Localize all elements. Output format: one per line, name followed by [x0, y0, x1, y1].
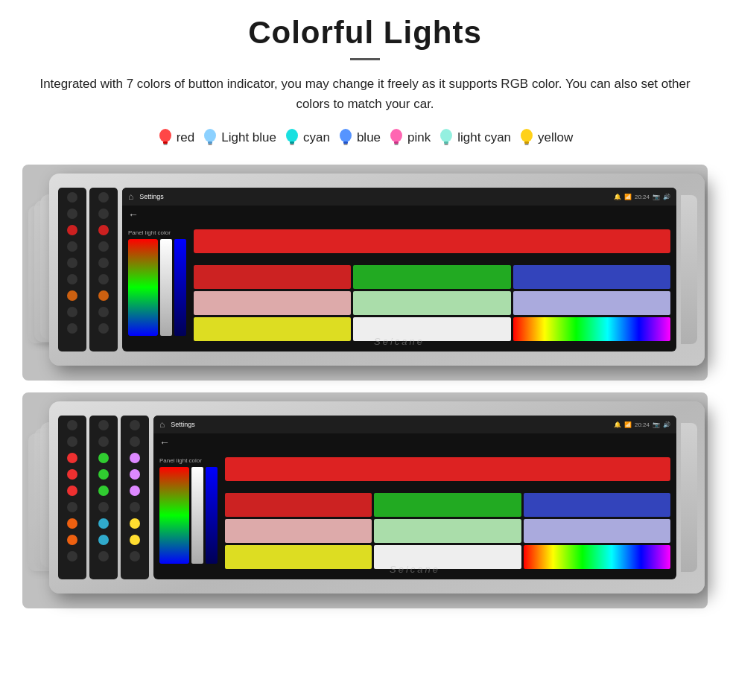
- btn-icon-2-9: [98, 323, 109, 334]
- btn-b3-2: [130, 436, 140, 447]
- swatch-rainbow-b[interactable]: [524, 545, 670, 569]
- svg-point-6: [286, 129, 298, 142]
- page-container: Colorful Lights Integrated with 7 colors…: [0, 0, 730, 700]
- svg-rect-13: [394, 141, 399, 144]
- btn-icon-2: [67, 209, 77, 219]
- btn-icon-5: [67, 258, 77, 268]
- swatch-b5[interactable]: [374, 519, 521, 543]
- blue-gradient[interactable]: [174, 239, 186, 336]
- yellow-bulb-icon: [518, 127, 535, 148]
- side-panel-b2: [89, 416, 118, 579]
- left-color-area-bottom: Panel light color: [159, 457, 218, 579]
- left-panels-bottom: [58, 416, 149, 579]
- btn-icon-2-2: [98, 209, 109, 219]
- svg-rect-11: [343, 144, 347, 145]
- rgb-gradient[interactable]: [128, 239, 158, 336]
- swatch-b7[interactable]: [225, 545, 372, 569]
- svg-rect-4: [208, 141, 212, 144]
- btn-b3-3-purple: [130, 453, 140, 463]
- right-color-grid-top: [194, 229, 670, 351]
- rgb-gradient-b[interactable]: [159, 467, 189, 564]
- top-unit-section: ⌂ Settings 🔔 📶 20:24 📷 🔊 ← Panel l: [22, 165, 708, 381]
- btn-icon-2-5: [98, 258, 109, 268]
- swatch-6[interactable]: [513, 291, 670, 315]
- lightcyan-bulb-icon: [438, 127, 454, 148]
- time-label: 20:24: [635, 194, 650, 200]
- cyan-bulb-icon: [284, 127, 300, 148]
- screen-top: ⌂ Settings 🔔 📶 20:24 📷 🔊 ← Panel l: [122, 188, 676, 351]
- btn-icon-1: [67, 192, 77, 203]
- color-item-lightblue: Light blue: [202, 127, 276, 148]
- btn-icon-7: [67, 290, 77, 301]
- top-bar-icons-b: 🔔 📶 20:24 📷 🔊: [614, 421, 670, 428]
- swatch-4[interactable]: [194, 291, 351, 315]
- left-color-area-top: Panel light color: [128, 229, 186, 351]
- white-gradient[interactable]: [160, 239, 172, 336]
- back-arrow[interactable]: ←: [122, 206, 676, 223]
- title-divider: [350, 58, 380, 60]
- btn-b2-7-cyan: [98, 518, 109, 529]
- side-panel-b1: [58, 416, 86, 579]
- screen-bottom: ⌂ Settings 🔔 📶 20:24 📷 🔊 ← Panel light c…: [153, 416, 676, 579]
- btn-b3-red: [67, 453, 77, 463]
- color-label-red: red: [177, 130, 195, 145]
- volume-icon: 🔊: [663, 194, 670, 200]
- white-gradient-b[interactable]: [191, 467, 203, 564]
- swatch-7[interactable]: [194, 317, 351, 341]
- btn-icon-2-1: [98, 192, 109, 203]
- svg-rect-5: [209, 144, 212, 145]
- swatch-2[interactable]: [353, 265, 510, 289]
- gradient-bars-b: [159, 467, 218, 579]
- alarm-icon: 🔔: [614, 194, 621, 200]
- home-icon: ⌂: [128, 191, 133, 202]
- svg-rect-7: [290, 141, 294, 144]
- blue-gradient-b[interactable]: [206, 467, 218, 564]
- red-bulb-icon: [157, 127, 174, 148]
- main-unit-bottom: ⌂ Settings 🔔 📶 20:24 📷 🔊 ← Panel light c…: [49, 401, 705, 594]
- color-label-cyan: cyan: [303, 130, 330, 145]
- camera-icon: 📷: [653, 194, 660, 200]
- panel-label: Panel light color: [128, 229, 186, 236]
- swatch-b4[interactable]: [225, 519, 372, 543]
- color-item-red: red: [157, 127, 195, 148]
- signal-icon: 📶: [624, 194, 632, 200]
- swatch-b1[interactable]: [225, 493, 372, 517]
- swatch-b3[interactable]: [524, 493, 670, 517]
- color-item-cyan: cyan: [284, 127, 330, 148]
- btn-b3-7-yellow: [130, 518, 140, 529]
- swatch-5[interactable]: [353, 291, 510, 315]
- swatch-3[interactable]: [513, 265, 670, 289]
- right-color-grid-bottom: [225, 457, 670, 579]
- btn-b2-9: [98, 551, 109, 561]
- swatch-b2[interactable]: [374, 493, 521, 517]
- svg-rect-16: [444, 141, 448, 144]
- btn-icon-2-3: [98, 225, 109, 235]
- swatch-b6[interactable]: [524, 519, 670, 543]
- btn-icon-6: [67, 274, 77, 284]
- swatch-rainbow[interactable]: [513, 317, 670, 341]
- btn-b2-5-green: [98, 486, 109, 496]
- svg-point-12: [390, 129, 402, 142]
- btn-b4-red: [67, 469, 77, 480]
- btn-b3-9: [130, 551, 140, 561]
- volume-icon-b: 🔊: [663, 421, 670, 428]
- color-item-pink: pink: [388, 127, 431, 148]
- back-arrow-b[interactable]: ←: [153, 433, 676, 451]
- color-label-yellow: yellow: [538, 130, 573, 145]
- watermark-bottom: Seicane: [390, 564, 440, 575]
- btn-icon-9: [67, 323, 77, 334]
- btn-b3-5-purple: [130, 486, 140, 496]
- pink-bulb-icon: [388, 127, 404, 148]
- right-tab-bottom: [681, 423, 697, 572]
- right-tab-top: [681, 195, 697, 344]
- blue-bulb-icon: [337, 127, 354, 148]
- btn-b8-orange: [67, 535, 77, 545]
- color-swatches-bottom: [225, 493, 670, 569]
- swatch-1[interactable]: [194, 265, 351, 289]
- svg-point-9: [340, 129, 352, 142]
- color-label-blue: blue: [357, 130, 381, 145]
- big-red-swatch-b[interactable]: [225, 457, 670, 481]
- description-text: Integrated with 7 colors of button indic…: [37, 74, 693, 114]
- big-red-swatch[interactable]: [194, 229, 670, 253]
- side-panel-2: [89, 188, 118, 351]
